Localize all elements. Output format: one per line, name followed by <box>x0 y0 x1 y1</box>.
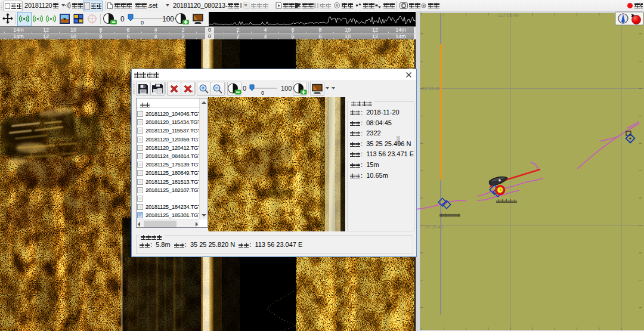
svg-text:113°56.40: 113°56.40 <box>497 13 519 18</box>
svg-text:35°25.50: 35°25.50 <box>422 86 441 91</box>
